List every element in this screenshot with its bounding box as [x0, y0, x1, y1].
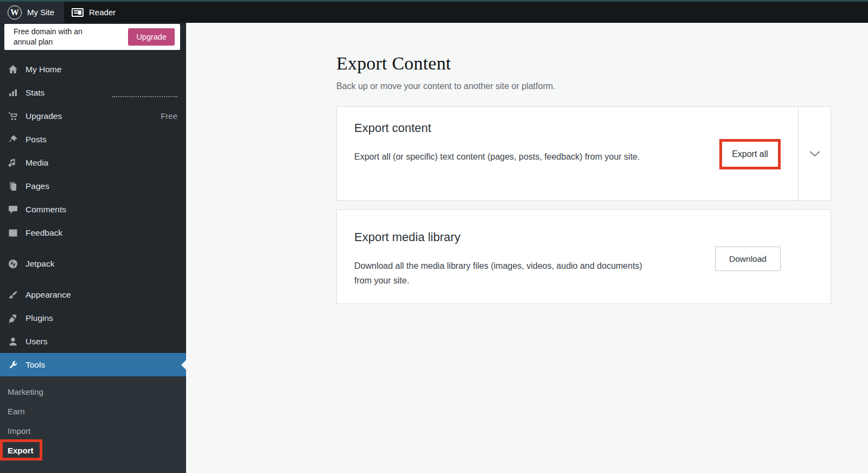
comment-icon [8, 204, 18, 215]
export-media-card: Export media library Download all the me… [336, 209, 831, 304]
media-icon [8, 157, 18, 168]
masterbar-reader[interactable]: Reader [64, 2, 125, 23]
stats-icon [8, 87, 18, 98]
submenu-item-label: Earn [8, 407, 25, 416]
user-icon [8, 336, 18, 347]
submenu-item-marketing[interactable]: Marketing [0, 382, 186, 401]
sidebar-item-appearance[interactable]: Appearance [0, 283, 186, 306]
submenu-item-export[interactable]: Export [0, 440, 186, 460]
sidebar-item-feedback[interactable]: Feedback [0, 221, 186, 244]
page-title: Export Content [336, 53, 831, 74]
card-description: Export all (or specific) text content (p… [354, 149, 658, 164]
active-item-notch [181, 360, 186, 370]
home-icon [8, 64, 18, 75]
sidebar-item-label: Appearance [25, 290, 71, 300]
cart-icon [8, 111, 18, 122]
sidebar-item-label: Posts [25, 135, 47, 144]
stats-sparkline [112, 96, 177, 97]
submenu-item-label: Export [8, 446, 34, 455]
wordpress-logo-icon: W [8, 5, 22, 20]
upsell-banner-text: Free domain with an annual plan [14, 27, 106, 47]
sidebar-item-plugins[interactable]: Plugins [0, 306, 186, 330]
masterbar-my-site[interactable]: W My Site [0, 2, 64, 23]
sidebar: Free domain with an annual plan Upgrade … [0, 23, 186, 473]
wrench-icon [8, 360, 18, 370]
sidebar-item-media[interactable]: Media [0, 151, 186, 174]
tools-submenu: Marketing Earn Import Export [0, 376, 186, 473]
brush-icon [8, 289, 18, 300]
sidebar-item-tools[interactable]: Tools [0, 353, 186, 376]
main-content: Export Content Back up or move your cont… [186, 23, 868, 473]
export-content-card: Export content Export all (or specific) … [336, 106, 831, 201]
sidebar-item-label: Users [25, 337, 47, 346]
sidebar-item-label: Feedback [25, 228, 62, 238]
my-site-label: My Site [27, 8, 54, 17]
feedback-icon [8, 228, 18, 238]
chevron-down-icon [809, 150, 821, 157]
upgrade-button[interactable]: Upgrade [128, 28, 175, 46]
sidebar-item-label: Plugins [25, 313, 53, 323]
sidebar-item-label: Upgrades [25, 111, 62, 121]
upsell-banner: Free domain with an annual plan Upgrade [4, 24, 180, 50]
sidebar-item-label: My Home [25, 65, 61, 74]
pushpin-icon [8, 134, 18, 145]
upgrades-badge: Free [161, 111, 177, 121]
sidebar-menu: My Home Stats Upgrades Free Posts [0, 58, 186, 376]
card-title: Export media library [354, 230, 831, 244]
sidebar-item-label: Stats [25, 88, 44, 98]
submenu-item-label: Marketing [8, 387, 43, 396]
download-button[interactable]: Download [715, 247, 781, 271]
masterbar: W My Site Reader [0, 0, 868, 23]
sidebar-item-pages[interactable]: Pages [0, 174, 186, 198]
card-title: Export content [354, 121, 831, 135]
sidebar-item-jetpack[interactable]: Jetpack [0, 252, 186, 275]
page-subtitle: Back up or move your content to another … [336, 81, 831, 91]
reader-label: Reader [89, 8, 116, 17]
sidebar-item-my-home[interactable]: My Home [0, 58, 186, 81]
sidebar-item-label: Tools [25, 360, 45, 370]
submenu-item-import[interactable]: Import [0, 421, 186, 440]
sidebar-item-posts[interactable]: Posts [0, 128, 186, 151]
expand-options-toggle[interactable] [798, 107, 831, 200]
sidebar-item-comments[interactable]: Comments [0, 198, 186, 221]
reader-icon [72, 8, 84, 17]
export-all-button[interactable]: Export all [732, 149, 768, 159]
submenu-item-label: Import [8, 426, 31, 436]
sidebar-item-label: Pages [25, 181, 49, 191]
jetpack-icon [8, 258, 18, 269]
menu-separator [0, 244, 186, 252]
card-description: Download all the media library files (im… [354, 258, 658, 288]
annotation-box-export-all: Export all [719, 139, 781, 169]
menu-separator [0, 275, 186, 283]
pages-icon [8, 181, 18, 192]
sidebar-item-stats[interactable]: Stats [0, 81, 186, 104]
sidebar-item-upgrades[interactable]: Upgrades Free [0, 104, 186, 128]
sidebar-item-label: Jetpack [25, 259, 54, 269]
sidebar-item-label: Comments [25, 205, 66, 215]
submenu-item-earn[interactable]: Earn [0, 401, 186, 421]
sidebar-item-users[interactable]: Users [0, 330, 186, 353]
sidebar-item-label: Media [25, 158, 48, 168]
plugin-icon [8, 313, 18, 324]
